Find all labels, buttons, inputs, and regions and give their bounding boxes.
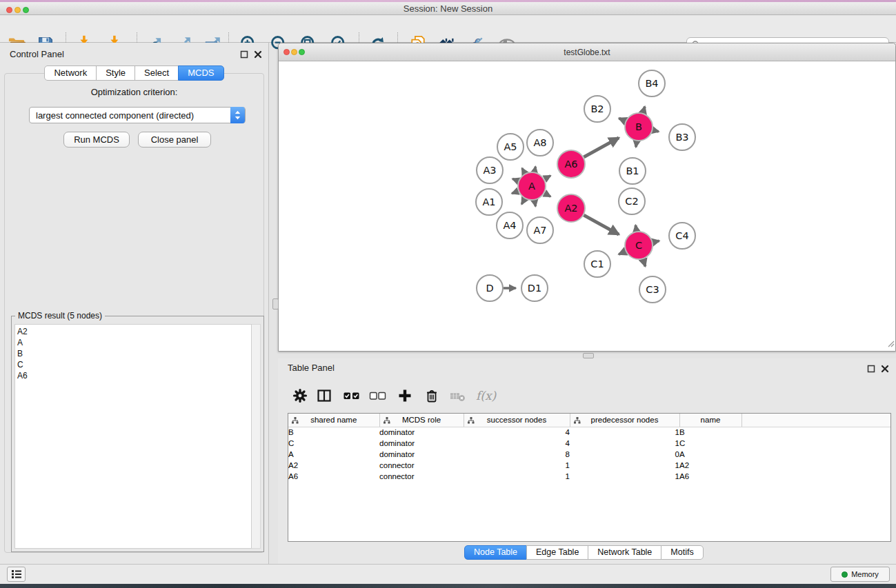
table-cell[interactable]: dominator — [379, 449, 464, 460]
graph-edge-A-A3[interactable] — [512, 179, 518, 181]
table-cell[interactable]: dominator — [379, 438, 464, 449]
control-tab-select[interactable]: Select — [135, 65, 179, 81]
table-cell[interactable]: A2 — [288, 460, 379, 471]
graph-edge-A-A7[interactable] — [535, 201, 536, 207]
graph-node-B2[interactable]: B2 — [584, 96, 610, 122]
table-tab-node-table[interactable]: Node Table — [464, 545, 527, 560]
table-row[interactable]: A2connector11A2 — [288, 460, 890, 471]
table-cell[interactable]: 1 — [464, 471, 570, 482]
graph-node-A6[interactable]: A6 — [557, 150, 585, 178]
graph-edge-B-B3[interactable] — [653, 130, 658, 132]
graph-edge-A-A1[interactable] — [512, 191, 518, 193]
minimize-traffic-light[interactable] — [14, 7, 21, 13]
table-row[interactable]: Bdominator41B — [288, 427, 890, 438]
split-columns-icon[interactable] — [315, 386, 334, 405]
control-tab-style[interactable]: Style — [96, 65, 135, 81]
add-column-plus-icon[interactable] — [395, 386, 415, 405]
vertical-divider-grip[interactable] — [272, 298, 279, 310]
table-row[interactable]: Adominator80A — [288, 449, 890, 460]
mcds-result-item[interactable]: A — [17, 337, 251, 348]
table-float-panel-icon[interactable] — [867, 363, 875, 372]
column-header-MCDS-role[interactable]: MCDS role — [379, 414, 464, 427]
graph-edge-B-B2[interactable] — [619, 119, 625, 121]
table-cell[interactable]: C — [679, 438, 741, 449]
graph-node-B1[interactable]: B1 — [619, 158, 646, 184]
mcds-result-item[interactable]: B — [17, 348, 251, 359]
graph-node-A[interactable]: A — [518, 172, 546, 200]
close-panel-icon[interactable] — [254, 49, 262, 57]
graph-node-A3[interactable]: A3 — [477, 157, 503, 183]
resize-grip-icon[interactable] — [886, 338, 895, 350]
graph-edge-C-C3[interactable] — [643, 259, 645, 266]
graph-node-D[interactable]: D — [477, 275, 503, 301]
graph-edge-A-A2[interactable] — [544, 193, 550, 196]
graph-node-A5[interactable]: A5 — [497, 134, 524, 160]
graph-node-A7[interactable]: A7 — [527, 217, 553, 243]
column-header-shared-name[interactable]: shared name — [288, 414, 379, 427]
table-settings-gear-icon[interactable] — [290, 386, 310, 405]
column-header-successor-nodes[interactable]: successor nodes — [464, 414, 570, 427]
graph-edge-A-A4[interactable] — [521, 199, 524, 204]
table-cell[interactable]: B — [679, 427, 741, 438]
graph-edge-B-B4[interactable] — [643, 107, 645, 113]
graph-node-C4[interactable]: C4 — [669, 223, 695, 249]
network-minimize-traffic-light[interactable] — [291, 49, 297, 55]
control-tab-mcds[interactable]: MCDS — [178, 65, 223, 81]
main-titlebar[interactable]: Session: New Session — [0, 2, 896, 15]
mcds-result-item[interactable]: A6 — [17, 370, 251, 381]
table-cell[interactable]: A — [288, 449, 379, 460]
table-cell[interactable]: A6 — [679, 471, 741, 482]
float-panel-icon[interactable] — [240, 49, 248, 57]
table-cell[interactable]: 1 — [570, 460, 679, 471]
table-cell[interactable]: dominator — [379, 427, 464, 438]
table-cell[interactable]: A6 — [288, 471, 379, 482]
column-header-predecessor-nodes[interactable]: predecessor nodes — [570, 414, 679, 427]
network-zoom-traffic-light[interactable] — [299, 49, 305, 55]
table-cell[interactable]: 1 — [464, 460, 570, 471]
graph-node-C3[interactable]: C3 — [639, 276, 666, 303]
delete-table-icon[interactable] — [448, 386, 468, 405]
network-canvas[interactable]: AA1A2A3A4A5A6A7A8BB1B2B3B4CC1C2C3C4DD1 — [279, 62, 895, 351]
graph-node-A8[interactable]: A8 — [527, 130, 553, 156]
mcds-result-item[interactable]: C — [17, 359, 251, 370]
table-cell[interactable]: connector — [379, 460, 464, 471]
table-row[interactable]: Cdominator41C — [288, 438, 890, 449]
graph-edge-B-B1[interactable] — [636, 141, 637, 147]
graph-edge-A-A5[interactable] — [522, 168, 525, 174]
graph-node-D1[interactable]: D1 — [521, 275, 548, 301]
table-cell[interactable]: 4 — [464, 427, 570, 438]
table-tab-edge-table[interactable]: Edge Table — [526, 545, 588, 560]
graph-node-C1[interactable]: C1 — [584, 251, 610, 277]
run-mcds-button[interactable]: Run MCDS — [63, 132, 130, 148]
graph-node-B4[interactable]: B4 — [639, 70, 665, 97]
graph-node-B[interactable]: B — [625, 113, 653, 141]
select-all-checkboxes-icon[interactable] — [342, 386, 361, 405]
zoom-traffic-light[interactable] — [23, 7, 29, 13]
criterion-dropdown[interactable]: largest connected component (directed) — [29, 107, 246, 123]
close-panel-button[interactable]: Close panel — [138, 132, 211, 148]
graph-node-A2[interactable]: A2 — [557, 194, 585, 222]
graph-node-A4[interactable]: A4 — [497, 212, 523, 239]
graph-edge-C-C2[interactable] — [635, 225, 636, 231]
table-cell[interactable]: C — [288, 438, 379, 449]
table-cell[interactable]: connector — [379, 471, 464, 482]
table-tab-network-table[interactable]: Network Table — [588, 545, 661, 560]
function-builder-icon[interactable]: f(x) — [474, 386, 500, 405]
graph-node-B3[interactable]: B3 — [669, 124, 695, 150]
graph-edge-C-C1[interactable] — [619, 252, 626, 254]
table-cell[interactable]: A2 — [679, 460, 741, 471]
graph-edge-C-C4[interactable] — [653, 241, 659, 242]
table-cell[interactable]: A — [679, 449, 741, 460]
network-window-titlebar[interactable]: testGlobe.txt — [279, 43, 895, 61]
table-cell[interactable]: B — [288, 427, 379, 438]
graph-edge-A2-C[interactable] — [584, 215, 619, 234]
graph-edge-A-A6[interactable] — [544, 176, 550, 179]
graph-node-C[interactable]: C — [625, 232, 653, 259]
table-cell[interactable]: 4 — [464, 438, 570, 449]
table-close-panel-icon[interactable] — [881, 363, 889, 372]
table-cell[interactable]: 1 — [570, 471, 679, 482]
table-tab-motifs[interactable]: Motifs — [661, 545, 703, 560]
table-cell[interactable]: 8 — [464, 449, 570, 460]
table-row[interactable]: A6connector11A6 — [288, 471, 890, 482]
delete-trash-icon[interactable] — [422, 386, 441, 405]
